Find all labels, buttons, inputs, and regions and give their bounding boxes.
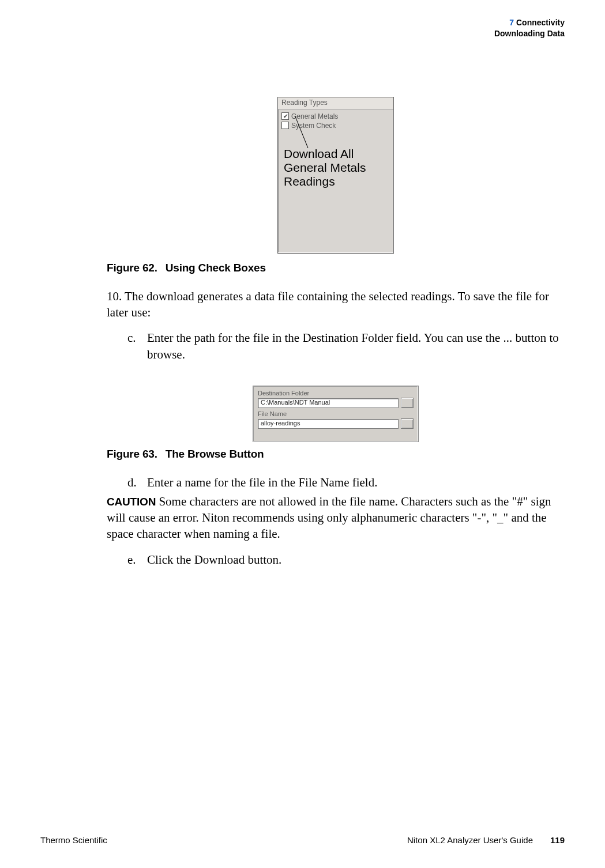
page-number: 119 [550,835,565,845]
callout-line: Readings [284,175,366,188]
destination-folder-label: Destination Folder [258,390,414,397]
chapter-number: 7 [509,18,514,27]
substep-text: Enter the path for the file in the Desti… [147,330,565,363]
figure-62-screenshot: Reading Types ✔ General Metals System Ch… [277,97,394,254]
footer-guide-title: Niton XL2 Analyzer User's Guide [407,835,533,845]
figure-63-caption: Figure 63.The Browse Button [107,448,565,461]
figure-63-screenshot: Destination Folder C:\Manuals\NDT Manual… [253,386,419,442]
section-title: Downloading Data [40,28,565,39]
checkbox-unchecked-icon [281,122,289,129]
figure-title: Using Check Boxes [166,262,266,274]
content-area: Reading Types ✔ General Metals System Ch… [107,97,565,568]
figure-62-caption: Figure 62.Using Check Boxes [107,262,565,274]
figure-label: Figure 63. [107,448,157,460]
footer-right: Niton XL2 Analyzer User's Guide119 [407,835,565,845]
callout-line: Download All [284,147,366,161]
page: 7Connectivity Downloading Data Reading T… [0,0,605,868]
substep-d: d. Enter a name for the file in the File… [127,474,565,490]
checkbox-checked-icon: ✔ [281,112,289,120]
substep-e: e. Click the Download button. [127,552,565,568]
paragraph-step-10: 10. The download generates a data file c… [107,288,565,321]
substep-letter: c. [127,330,147,363]
destination-folder-row: C:\Manuals\NDT Manual [258,398,414,408]
page-footer: Thermo Scientific Niton XL2 Analyzer Use… [40,835,565,845]
figure-62-callout: Download All General Metals Readings [284,147,366,188]
list-item: ✔ General Metals [281,112,390,121]
figure-title: The Browse Button [166,448,264,460]
file-name-input: alloy-readings [258,419,399,429]
browse-button-icon [401,398,414,408]
reading-types-list: ✔ General Metals System Check [278,110,393,133]
file-name-row: alloy-readings [258,418,414,429]
substep-letter: d. [127,474,147,490]
substep-letter: e. [127,552,147,568]
page-header: 7Connectivity Downloading Data [40,17,565,39]
figure-label: Figure 62. [107,262,157,274]
file-name-label: File Name [258,410,414,417]
footer-company: Thermo Scientific [40,835,107,845]
chapter-title: Connectivity [516,18,565,27]
destination-folder-input: C:\Manuals\NDT Manual [258,398,399,408]
substep-text: Enter a name for the file in the File Na… [147,474,377,490]
list-item-label: General Metals [291,112,338,120]
caution-label: CAUTION [107,496,156,508]
browse-button-icon [401,418,414,429]
callout-line: General Metals [284,161,366,175]
substep-text: Click the Download button. [147,552,281,568]
caution-text: Some characters are not allowed in the f… [107,495,551,541]
substep-c: c. Enter the path for the file in the De… [127,330,565,363]
caution-paragraph: CAUTION Some characters are not allowed … [107,493,565,542]
reading-types-header: Reading Types [278,97,393,110]
